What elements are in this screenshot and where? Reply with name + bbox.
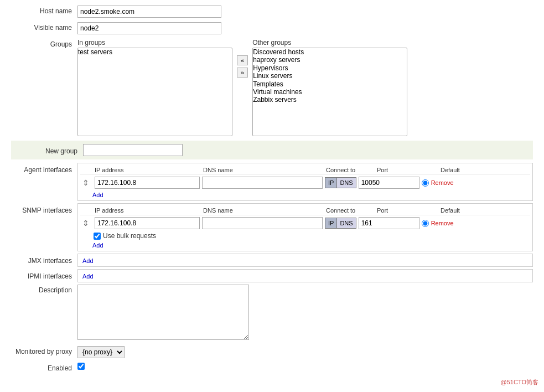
enabled-checkbox[interactable] (77, 363, 85, 370)
agent-interface-row: ⇕ IP DNS Remove (80, 175, 530, 190)
snmp-connect-dns-button[interactable]: DNS (336, 218, 356, 229)
move-left-button[interactable]: « (237, 55, 248, 65)
col-port-header: Port (377, 167, 441, 173)
visible-name-label: Visible name (11, 22, 77, 32)
agent-default-radio[interactable] (422, 179, 429, 187)
snmp-col-port-header: Port (377, 207, 441, 214)
col-ip-header: IP address (95, 167, 203, 173)
host-name-label: Host name (11, 6, 77, 15)
col-default-header: Default (441, 167, 471, 173)
agent-add-link[interactable]: Add (80, 192, 530, 198)
use-bulk-checkbox[interactable] (94, 233, 101, 240)
col-connect-header: Connect to (326, 167, 377, 173)
snmp-default-radio[interactable] (422, 220, 429, 227)
enabled-label: Enabled (11, 363, 77, 372)
watermark: @51CTO简客 (501, 378, 538, 382)
agent-remove-link[interactable]: Remove (431, 179, 454, 186)
new-group-label: New group (17, 146, 83, 155)
move-right-button[interactable]: » (237, 68, 248, 78)
agent-connect-ip-button[interactable]: IP (325, 177, 336, 188)
agent-dns-input[interactable] (202, 177, 323, 189)
host-name-input[interactable] (77, 6, 221, 18)
monitored-by-label: Monitored by proxy (11, 346, 77, 355)
jmx-interfaces-label: JMX interfaces (11, 254, 77, 265)
bulk-requests-row: Use bulk requests (80, 231, 530, 241)
snmp-connect-ip-button[interactable]: IP (325, 218, 336, 229)
ipmi-add-link[interactable]: Add (80, 273, 530, 280)
other-groups-list[interactable]: Discovered hosts haproxy servers Hypervi… (252, 48, 407, 136)
drag-handle-icon[interactable]: ⇕ (82, 178, 92, 187)
snmp-interfaces-label: SNMP interfaces (11, 203, 77, 214)
jmx-add-link[interactable]: Add (80, 257, 530, 264)
agent-connect-dns-button[interactable]: DNS (336, 177, 356, 188)
snmp-dns-input[interactable] (202, 217, 323, 229)
snmp-drag-handle-icon[interactable]: ⇕ (82, 219, 92, 228)
other-groups-label: Other groups (252, 39, 407, 47)
snmp-ip-input[interactable] (95, 217, 200, 229)
description-label: Description (11, 285, 77, 294)
proxy-select[interactable]: {no proxy} (77, 346, 125, 358)
snmp-interface-row: ⇕ IP DNS Remove (80, 215, 530, 231)
snmp-port-input[interactable] (359, 217, 419, 229)
snmp-col-dns-header: DNS name (203, 207, 326, 214)
agent-interfaces-label: Agent interfaces (11, 163, 77, 174)
use-bulk-label: Use bulk requests (103, 232, 156, 240)
snmp-col-ip-header: IP address (95, 207, 203, 214)
description-textarea[interactable] (77, 285, 249, 340)
in-groups-label: In groups (77, 39, 232, 47)
agent-ip-input[interactable] (95, 177, 200, 189)
visible-name-input[interactable] (77, 22, 221, 34)
snmp-remove-link[interactable]: Remove (431, 220, 454, 226)
agent-port-input[interactable] (359, 177, 419, 189)
snmp-col-default-header: Default (441, 207, 471, 214)
ipmi-interfaces-label: IPMI interfaces (11, 269, 77, 280)
groups-label: Groups (11, 39, 77, 48)
snmp-col-connect-header: Connect to (326, 207, 377, 214)
new-group-input[interactable] (83, 144, 183, 156)
in-groups-list[interactable]: test servers (77, 48, 232, 136)
snmp-add-link[interactable]: Add (80, 242, 530, 249)
col-dns-header: DNS name (203, 167, 326, 173)
